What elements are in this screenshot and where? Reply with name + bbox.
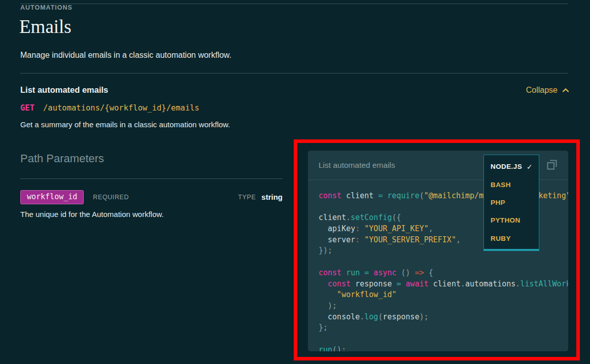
code-line: );: [319, 301, 568, 312]
path-parameters-heading: Path Parameters: [20, 152, 104, 165]
language-option-nodejs[interactable]: NODE.JS✓: [484, 158, 539, 175]
parameter-name-badge: workflow_id: [20, 190, 84, 204]
type-value: string: [261, 193, 283, 201]
copy-icon: [546, 164, 558, 172]
language-option-label: PYTHON: [491, 216, 520, 224]
http-method-badge: GET: [20, 103, 34, 113]
code-line: console.log(response);: [319, 312, 568, 323]
top-divider: [20, 4, 568, 4]
collapse-button[interactable]: Collapse: [526, 86, 569, 95]
page-title: Emails: [19, 16, 72, 38]
parameter-description: The unique id for the Automation workflo…: [20, 210, 164, 219]
code-line: [319, 334, 568, 345]
type-label: TYPE: [238, 194, 256, 201]
language-option-label: PHP: [491, 199, 505, 206]
language-option-label: RUBY: [491, 235, 511, 242]
language-option-php[interactable]: PHP: [484, 194, 539, 211]
breadcrumb-category: AUTOMATIONS: [20, 4, 73, 11]
code-line: "workflow_id": [319, 289, 568, 301]
language-option-ruby[interactable]: RUBY: [484, 230, 539, 247]
code-line: run();: [319, 345, 568, 351]
language-option-bash[interactable]: BASH: [484, 175, 539, 193]
api-docs-page: AUTOMATIONS Emails Manage individual ema…: [0, 0, 590, 364]
checkmark-icon: ✓: [527, 163, 533, 171]
code-line: };: [319, 322, 568, 334]
page-subtitle: Manage individual emails in a classic au…: [20, 51, 231, 60]
code-line: const response = await client.automation…: [319, 279, 568, 290]
parameters-divider: [20, 178, 283, 179]
language-option-label: NODE.JS: [491, 163, 522, 170]
code-line: const run = async () => {: [319, 268, 568, 279]
endpoint-path: /automations/{workflow_id}/emails: [43, 103, 199, 113]
endpoint-section-title: List automated emails: [20, 85, 108, 95]
parameter-row: workflow_id REQUIRED TYPE string: [20, 189, 283, 205]
section-divider: [20, 73, 568, 74]
collapse-label: Collapse: [526, 86, 558, 95]
chevron-up-icon: [562, 88, 569, 93]
language-option-python[interactable]: PYTHON: [484, 211, 539, 229]
endpoint-signature: GET/automations/{workflow_id}/emails: [20, 103, 199, 113]
endpoint-description: Get a summary of the emails in a classic…: [20, 120, 230, 129]
copy-code-button[interactable]: [546, 159, 558, 171]
code-panel-title: List automated emails: [319, 161, 395, 170]
code-line: [319, 257, 568, 268]
language-dropdown: NODE.JS✓BASHPHPPYTHONRUBY: [483, 155, 539, 251]
required-label: REQUIRED: [93, 194, 129, 201]
language-option-label: BASH: [491, 181, 511, 189]
